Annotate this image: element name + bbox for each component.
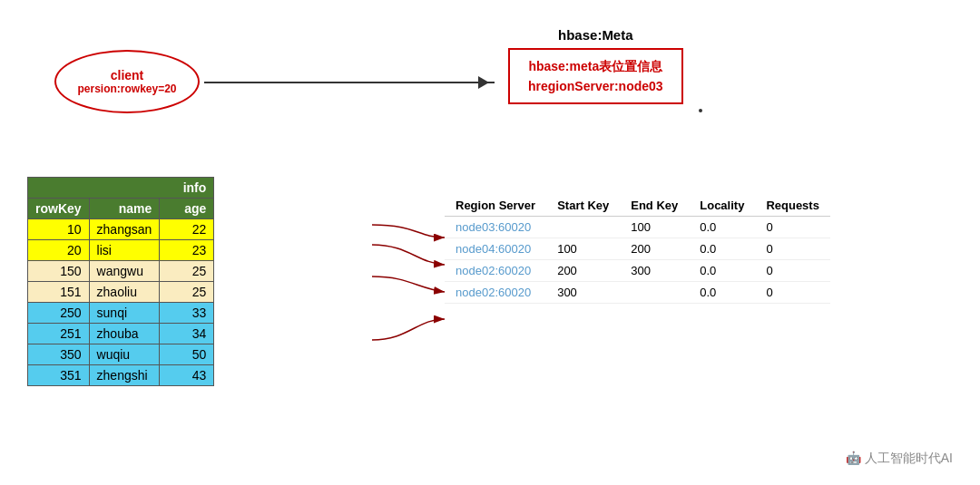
meta-box: hbase:meta表位置信息 hregionServer:node03 xyxy=(508,48,683,104)
region-cell xyxy=(546,217,620,238)
region-col-header: Locality xyxy=(689,195,755,217)
cell-rowkey: 350 xyxy=(28,344,90,365)
dot xyxy=(699,109,702,112)
region-cell: node02:60020 xyxy=(445,282,546,304)
region-cell: 100 xyxy=(546,238,620,260)
cell-name: zhengshi xyxy=(89,365,160,386)
region-col-header: Requests xyxy=(755,195,830,217)
cell-age: 34 xyxy=(160,324,214,344)
cell-age: 22 xyxy=(160,219,214,240)
region-col-header: Start Key xyxy=(546,195,620,217)
region-cell: 0.0 xyxy=(689,238,755,260)
cell-age: 25 xyxy=(160,282,214,303)
client-line2: persion:rowkey=20 xyxy=(77,82,176,95)
region-cell: 0.0 xyxy=(689,282,755,304)
region-cell: 0 xyxy=(755,282,830,304)
cell-age: 33 xyxy=(160,303,214,324)
region-col-header: Region Server xyxy=(445,195,546,217)
table-row: 10zhangsan22 xyxy=(28,219,214,240)
table-row: 350wuqiu50 xyxy=(28,344,214,365)
cell-name: wuqiu xyxy=(89,344,160,365)
cell-rowkey: 10 xyxy=(28,219,90,240)
region-cell: 300 xyxy=(546,282,620,304)
meta-container: hbase:Meta hbase:meta表位置信息 hregionServer… xyxy=(508,27,683,104)
cell-rowkey: 151 xyxy=(28,282,90,303)
region-cell: 0 xyxy=(755,238,830,260)
cell-rowkey: 250 xyxy=(28,303,90,324)
region-cell: 0.0 xyxy=(689,260,755,282)
region-table-row: node03:600201000.00 xyxy=(445,217,830,238)
cell-age: 25 xyxy=(160,261,214,282)
region-cell: 0 xyxy=(755,260,830,282)
client-box: client persion:rowkey=20 xyxy=(54,50,200,113)
meta-title: hbase:Meta xyxy=(508,27,683,43)
col-rowkey: rowKey xyxy=(28,199,90,219)
client-line1: client xyxy=(111,68,144,82)
region-cell xyxy=(620,282,689,304)
table-row: 151zhaoliu25 xyxy=(28,282,214,303)
cell-rowkey: 20 xyxy=(28,240,90,261)
cell-rowkey: 251 xyxy=(28,324,90,344)
table-row: 251zhouba34 xyxy=(28,324,214,344)
region-table-row: node02:600203000.00 xyxy=(445,282,830,304)
meta-line2: hregionServer:node03 xyxy=(528,79,663,93)
region-cell: node02:60020 xyxy=(445,260,546,282)
region-cell: node04:60020 xyxy=(445,238,546,260)
region-cell: 200 xyxy=(546,260,620,282)
group-header: info xyxy=(28,178,214,199)
cell-rowkey: 351 xyxy=(28,365,90,386)
cell-name: zhaoliu xyxy=(89,282,160,303)
region-table: Region ServerStart KeyEnd KeyLocalityReq… xyxy=(445,195,830,304)
cell-name: lisi xyxy=(89,240,160,261)
cell-name: wangwu xyxy=(89,261,160,282)
cell-age: 43 xyxy=(160,365,214,386)
data-table: info rowKey name age 10zhangsan2220lisi2… xyxy=(27,177,214,386)
cell-age: 23 xyxy=(160,240,214,261)
region-cell: 0.0 xyxy=(689,217,755,238)
data-table-container: info rowKey name age 10zhangsan2220lisi2… xyxy=(27,177,214,386)
table-row: 250sunqi33 xyxy=(28,303,214,324)
table-row: 150wangwu25 xyxy=(28,261,214,282)
region-cell: 200 xyxy=(620,238,689,260)
col-name: name xyxy=(89,199,160,219)
region-cell: 0 xyxy=(755,217,830,238)
region-cell: 300 xyxy=(620,260,689,282)
main-arrow xyxy=(204,82,495,83)
cell-name: zhouba xyxy=(89,324,160,344)
region-table-container: Region ServerStart KeyEnd KeyLocalityReq… xyxy=(445,195,830,304)
region-col-header: End Key xyxy=(620,195,689,217)
table-row: 351zhengshi43 xyxy=(28,365,214,386)
region-cell: node03:60020 xyxy=(445,217,546,238)
region-table-row: node04:600201002000.00 xyxy=(445,238,830,260)
meta-line1: hbase:meta表位置信息 xyxy=(528,59,663,75)
cell-name: zhangsan xyxy=(89,219,160,240)
table-row: 20lisi23 xyxy=(28,240,214,261)
cell-rowkey: 150 xyxy=(28,261,90,282)
watermark: 🤖 人工智能时代AI xyxy=(846,451,953,467)
cell-age: 50 xyxy=(160,344,214,365)
cell-name: sunqi xyxy=(89,303,160,324)
region-cell: 100 xyxy=(620,217,689,238)
col-age: age xyxy=(160,199,214,219)
region-table-row: node02:600202003000.00 xyxy=(445,260,830,282)
